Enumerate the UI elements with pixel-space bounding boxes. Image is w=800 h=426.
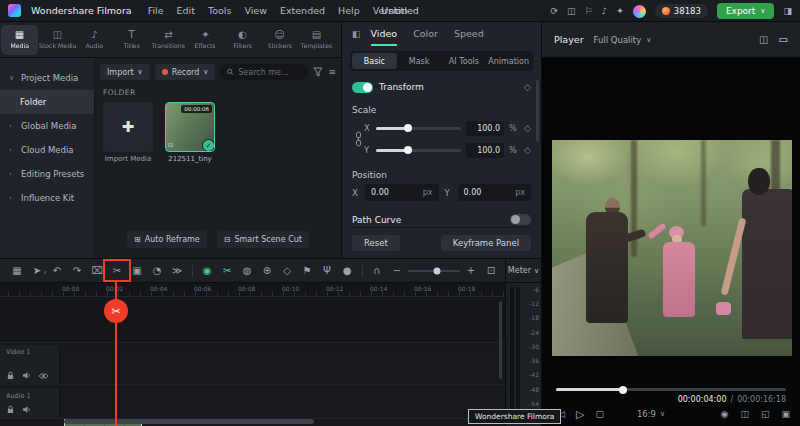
lock-icon[interactable]: [6, 405, 15, 414]
menu-view[interactable]: View: [244, 5, 267, 16]
tab-effects[interactable]: ✦Effects: [187, 22, 224, 58]
smart-cut-icon[interactable]: ✂: [218, 265, 236, 276]
track-manager-icon[interactable]: ▦: [8, 265, 26, 276]
gift-icon[interactable]: ✦: [616, 6, 624, 16]
sidebar-item-folder[interactable]: Folder: [0, 90, 94, 114]
search-input[interactable]: [238, 68, 301, 77]
seek-bar[interactable]: [556, 388, 786, 391]
sidebar-item-cloud-media[interactable]: ›Cloud Media: [0, 138, 94, 162]
filter-icon[interactable]: [313, 67, 323, 77]
tab-stock-media[interactable]: ◫Stock Media: [39, 22, 76, 58]
mirror-icon[interactable]: ◫: [740, 409, 749, 419]
video-preview[interactable]: [552, 140, 792, 356]
auto-reframe-button[interactable]: ⊞ Auto Reframe: [127, 231, 207, 248]
more-tools-icon[interactable]: ≫: [168, 265, 186, 276]
tab-templates[interactable]: ▤Templates: [298, 22, 335, 58]
sidebar-item-project-media[interactable]: ∨Project Media: [0, 66, 94, 90]
select-tool-icon[interactable]: ➤∨: [28, 265, 46, 276]
collapse-panel-icon[interactable]: ◧: [352, 29, 361, 39]
speed-icon[interactable]: ◔: [148, 265, 166, 276]
tab-speed[interactable]: Speed: [454, 22, 484, 46]
delete-icon[interactable]: ⌧: [88, 265, 106, 276]
video-track-lane[interactable]: Video 1 212511_tiny: [0, 345, 505, 385]
notification-icon[interactable]: ⚐: [584, 6, 592, 16]
sidebar-item-editing-presets[interactable]: ›Editing Presets: [0, 162, 94, 186]
motion-track-icon[interactable]: ⊕: [258, 265, 276, 276]
tab-titles[interactable]: TTitles: [113, 22, 150, 58]
workspace-icon[interactable]: ◫: [567, 6, 576, 16]
link-xy-icon[interactable]: [354, 131, 363, 147]
subtab-ai-tools[interactable]: AI Tools: [442, 53, 487, 69]
zoom-in-icon[interactable]: +: [462, 265, 480, 276]
seek-thumb[interactable]: [619, 386, 627, 394]
scale-y-value[interactable]: 100.0: [466, 143, 504, 158]
tab-stickers[interactable]: ☺Stickers: [261, 22, 298, 58]
annotation-split-playhead-button[interactable]: ✂: [104, 299, 128, 323]
audio-track-lane[interactable]: Audio 1: [0, 389, 505, 419]
subtab-basic[interactable]: Basic: [352, 53, 397, 69]
quality-dropdown[interactable]: Full Quality ∨: [594, 35, 652, 45]
scale-y-slider[interactable]: [376, 149, 461, 152]
path-curve-toggle[interactable]: [510, 214, 531, 225]
keyframe-icon[interactable]: ◇: [278, 265, 296, 276]
mask-icon[interactable]: ◍: [238, 265, 256, 276]
panel-layout-icon[interactable]: ◨: [783, 6, 792, 16]
subtab-animation[interactable]: Animation: [486, 53, 531, 69]
tab-audio[interactable]: ♪Audio: [76, 22, 113, 58]
reset-button[interactable]: Reset: [352, 235, 400, 251]
tab-media[interactable]: ▦Media: [1, 25, 38, 55]
split-icon[interactable]: ✂: [108, 265, 126, 276]
properties-scrollbar[interactable]: [536, 80, 539, 142]
sidebar-item-influence-kit[interactable]: ›Influence Kit: [0, 186, 94, 210]
scale-x-keyframe-icon[interactable]: ◇: [524, 123, 531, 133]
record-icon[interactable]: ●: [338, 265, 356, 276]
voiceover-icon[interactable]: Ψ: [318, 265, 336, 276]
marker-icon[interactable]: ⚑: [298, 265, 316, 276]
tab-video[interactable]: Video: [371, 22, 398, 46]
tab-filters[interactable]: ◐Filters: [224, 22, 261, 58]
audio-device-icon[interactable]: ♪: [602, 6, 608, 16]
subtab-mask[interactable]: Mask: [397, 53, 442, 69]
export-button[interactable]: Export ∨: [717, 3, 775, 19]
fullscreen-icon[interactable]: ▣: [781, 409, 790, 419]
scale-x-value[interactable]: 100.0: [466, 121, 504, 136]
tab-color[interactable]: Color: [413, 22, 438, 46]
menu-edit[interactable]: Edit: [177, 5, 195, 16]
menu-help[interactable]: Help: [338, 5, 360, 16]
account-avatar[interactable]: [633, 5, 646, 18]
media-clip-thumbnail[interactable]: 00:00:06 ⊡ ✓: [165, 102, 215, 152]
pip-icon[interactable]: ◱: [761, 409, 770, 419]
eye-icon[interactable]: [38, 372, 49, 380]
lock-icon[interactable]: [6, 371, 15, 380]
search-box[interactable]: [220, 64, 308, 80]
player-screen-icon[interactable]: ▭: [779, 34, 788, 45]
scale-x-slider[interactable]: [376, 127, 461, 130]
empty-track-lane[interactable]: [0, 297, 505, 343]
transform-keyframe-icon[interactable]: ◇: [524, 82, 531, 92]
meter-dropdown[interactable]: Meter ∨: [506, 259, 541, 283]
stop-button[interactable]: ▢: [595, 409, 604, 419]
sidebar-item-global-media[interactable]: ›Global Media: [0, 114, 94, 138]
undo-icon[interactable]: ↶: [48, 265, 66, 276]
import-button[interactable]: Import ∨: [100, 64, 150, 80]
smart-scene-cut-button[interactable]: ⊟ Smart Scene Cut: [217, 231, 309, 248]
keyframe-panel-button[interactable]: Keyframe Panel: [441, 235, 531, 251]
play-button[interactable]: ▷: [576, 408, 584, 421]
aspect-ratio-dropdown[interactable]: 16:9 ∨: [637, 409, 665, 419]
redo-icon[interactable]: ↷: [68, 265, 86, 276]
transform-toggle[interactable]: [352, 82, 373, 93]
zoom-slider-thumb[interactable]: [433, 267, 440, 274]
snap-icon[interactable]: ∩: [368, 265, 386, 276]
record-button[interactable]: Record ∨: [155, 64, 216, 80]
points-badge[interactable]: 38183: [655, 4, 708, 18]
crop-icon[interactable]: ▣: [128, 265, 146, 276]
view-options-icon[interactable]: ≡: [328, 67, 336, 77]
sync-icon[interactable]: ⟳: [550, 6, 558, 16]
menu-tools[interactable]: Tools: [208, 5, 231, 16]
timeline-zoom-slider[interactable]: [408, 270, 460, 272]
timeline-hscrollbar[interactable]: [64, 419, 314, 424]
scale-y-keyframe-icon[interactable]: ◇: [524, 145, 531, 155]
position-x-field[interactable]: 0.00 px: [365, 184, 439, 201]
fit-timeline-icon[interactable]: ⊡: [482, 265, 500, 276]
chroma-key-icon[interactable]: ◉: [198, 265, 216, 276]
